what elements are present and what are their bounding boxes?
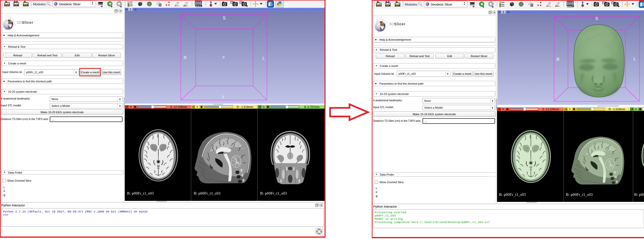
svg-text:DCM: DCM (14, 4, 18, 6)
svg-text:DATA: DATA (4, 4, 10, 6)
svg-text:SAVE: SAVE (23, 4, 29, 6)
svg-text:SAVE: SAVE (395, 4, 401, 7)
svg-text:DATA: DATA (376, 4, 382, 7)
svg-text:DCM: DCM (385, 4, 390, 7)
